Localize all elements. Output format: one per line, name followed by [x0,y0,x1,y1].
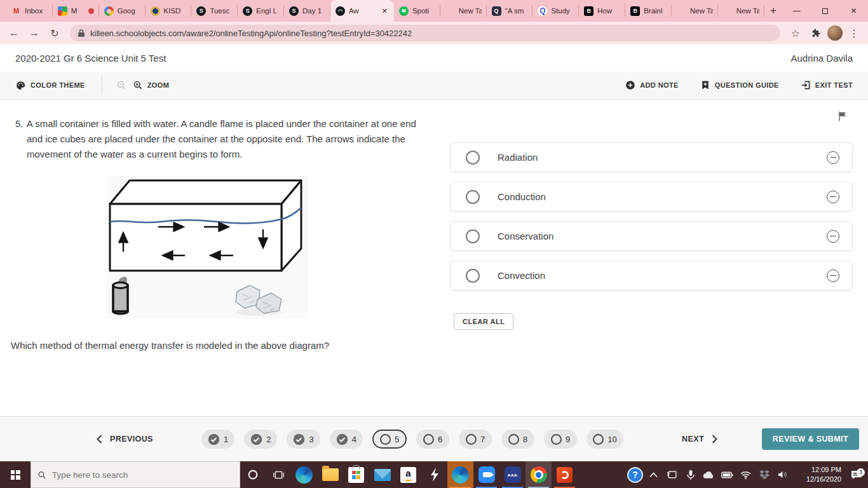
screen-cast-button[interactable] [663,470,681,479]
zoom-app-button[interactable] [473,461,499,488]
browser-tab-newtab-3[interactable]: New Tab [718,0,764,22]
add-note-button[interactable]: ADD NOTE [625,80,679,90]
question-guide-button[interactable]: QUESTION GUIDE [700,80,779,90]
start-button[interactable] [0,461,31,488]
question-pill-4[interactable]: 4 [330,430,363,449]
convection-diagram-svg [106,176,308,319]
address-bar[interactable]: killeen.schoolobjects.com/aware2/onlineT… [70,25,780,41]
tab-label: Study [551,7,574,15]
tab-label: New Tab [459,7,482,15]
question-pill-6[interactable]: 6 [416,430,449,449]
browser-tab-spotify[interactable]: Spoti [394,0,440,22]
forward-icon[interactable]: → [25,24,43,42]
taskbar-clock[interactable]: 12:09 PM 12/16/2020 [792,465,844,485]
browser-tab-newtab-2[interactable]: New Tab [672,0,718,22]
dropbox-button[interactable] [755,470,773,479]
bookmark-star-icon[interactable]: ☆ [787,24,804,42]
minimize-button[interactable]: — [782,0,811,22]
maximize-button[interactable] [811,0,839,22]
clear-all-button[interactable]: CLEAR ALL [454,313,513,330]
radio-button[interactable] [466,151,480,165]
pill-number: 1 [224,435,228,444]
microphone-button[interactable] [681,470,700,480]
browser-tab-brainly-1[interactable]: How [579,0,625,22]
browser-tab-inbox[interactable]: Inbox [6,0,53,22]
browser-tab-brainly-2[interactable]: Brainl [625,0,672,22]
schoology-icon [243,6,252,16]
mail-button[interactable] [369,461,395,488]
file-explorer-button[interactable] [317,461,343,488]
profile-avatar[interactable] [827,25,843,41]
help-app-button[interactable]: ? [626,467,644,483]
question-pill-9[interactable]: 9 [544,430,577,449]
browser-tab-kisd[interactable]: KISD [146,0,192,22]
browser-tab-aware-active[interactable]: Aw✕ [330,0,394,22]
question-pill-2[interactable]: 2 [244,430,277,449]
close-button[interactable]: ✕ [839,0,868,22]
browser-tab-meet[interactable]: M [53,0,99,22]
search-input[interactable] [52,470,233,480]
task-view-button[interactable] [266,461,291,488]
next-button[interactable]: NEXT [682,435,717,444]
bolt-app-button[interactable] [421,461,447,488]
exit-test-button[interactable]: EXIT TEST [801,80,853,90]
question-pill-1[interactable]: 1 [201,430,234,449]
puzzle-icon [811,28,821,38]
onedrive-button[interactable] [700,471,718,479]
question-pill-7[interactable]: 7 [459,430,492,449]
tab-close-icon[interactable]: ✕ [381,7,389,15]
chrome-menu-icon[interactable]: ⋮ [845,24,863,42]
browser-tab-schoology-3[interactable]: Day 1 [284,0,330,22]
volume-button[interactable] [773,470,792,479]
previous-button[interactable]: PREVIOUS [97,435,153,444]
action-center-button[interactable]: 3 [844,470,868,480]
zoom-out-button[interactable] [116,80,126,90]
radio-button[interactable] [466,229,480,243]
eliminate-option-icon[interactable] [827,230,839,243]
eliminate-option-icon[interactable] [827,269,839,282]
amazon-button[interactable]: a [395,461,421,488]
tray-expand-button[interactable] [644,472,663,478]
option-conduction[interactable]: Conduction [450,182,853,212]
browser-tab-quizlet[interactable]: Study [532,0,579,22]
option-convection[interactable]: Convection [450,261,853,290]
question-pill-10[interactable]: 10 [587,430,623,449]
tab-label: Goog [118,7,140,15]
radio-button[interactable] [466,190,480,204]
browser-tab-schoology-1[interactable]: Tuesc [191,0,238,22]
reload-icon[interactable]: ↻ [46,24,64,42]
people-app-button[interactable]: ᴀᴀᴀ [499,461,526,488]
question-pill-5-current[interactable]: 5 [372,430,407,449]
zoom-in-icon [133,80,143,90]
new-tab-button[interactable]: + [764,0,782,22]
quizizz-icon [492,6,501,16]
browser-tab-google[interactable]: Goog [99,0,146,22]
eliminate-option-icon[interactable] [827,191,839,203]
office-app-button[interactable] [552,461,578,488]
schoology-icon [289,6,299,16]
chrome-app-button[interactable] [526,461,552,488]
store-button[interactable] [343,461,369,488]
option-radiation[interactable]: Radiation [450,142,853,172]
color-theme-button[interactable]: COLOR THEME [15,80,85,91]
add-note-label: ADD NOTE [640,81,679,89]
review-submit-button[interactable]: REVIEW & SUBMIT [762,428,859,450]
zoom-in-button[interactable]: ZOOM [133,80,170,90]
extensions-icon[interactable] [807,24,825,42]
question-pill-3[interactable]: 3 [287,430,320,449]
taskbar-search[interactable] [31,461,240,488]
browser-tab-schoology-2[interactable]: Engl L [238,0,284,22]
edge-active-app-button[interactable] [447,461,473,488]
battery-button[interactable] [718,471,736,478]
cortana-button[interactable] [240,461,266,488]
browser-tab-newtab-1[interactable]: New Tab [440,0,487,22]
flag-question-icon[interactable] [836,110,849,125]
option-conservation[interactable]: Conservation [450,221,853,251]
back-icon[interactable]: ← [5,24,23,42]
edge-app-button[interactable] [291,461,317,488]
eliminate-option-icon[interactable] [827,151,839,164]
radio-button[interactable] [466,269,480,283]
wifi-button[interactable] [736,471,755,479]
browser-tab-quizizz[interactable]: "A sm [487,0,533,22]
question-pill-8[interactable]: 8 [501,430,534,449]
